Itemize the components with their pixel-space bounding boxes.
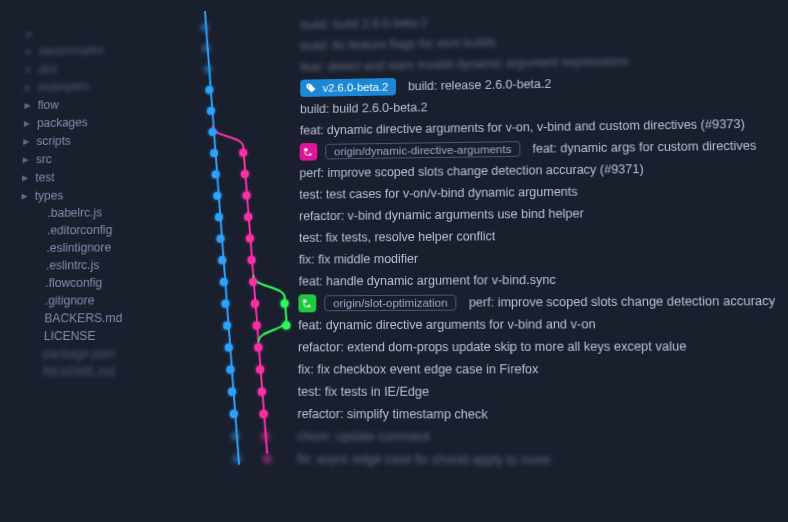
commit-message: build: fix feature flags for esm builds	[301, 36, 496, 53]
tree-file[interactable]: BACKERS.md	[17, 309, 168, 327]
badge-label: origin/slot-optimization	[333, 297, 448, 310]
commit-graph-cell	[170, 403, 289, 425]
tag-badge[interactable]: v2.6.0-beta.2	[300, 78, 396, 97]
commit-message: build: build 2.6.0-beta.2	[301, 16, 428, 32]
commit-dot-blue	[215, 213, 223, 221]
tree-folder[interactable]: ▸types	[21, 185, 171, 205]
commit-message: test: fix tests, resolve helper conflict	[299, 229, 496, 245]
tree-folder[interactable]: ▸packages	[24, 112, 173, 132]
tree-file[interactable]: README.md	[15, 363, 167, 381]
commit-graph-cell	[174, 206, 291, 229]
commit-message: feat: dynamic args for custom directives	[532, 139, 756, 156]
commit-message: perf: improve scoped slots change detect…	[299, 162, 643, 180]
tree-file[interactable]: .gitignore	[18, 291, 169, 309]
commit-dot-blue	[218, 256, 226, 264]
tree-file[interactable]: .flowconfig	[18, 273, 169, 292]
tree-folder[interactable]: ▸src	[22, 148, 171, 168]
commit-message: feat: detect and warn invalid dynamic ar…	[300, 54, 628, 74]
commit-row[interactable]: fix: async edge case fix should apply to…	[169, 447, 788, 472]
commit-dot-pink	[244, 213, 252, 221]
caret-icon: ▸	[21, 188, 29, 203]
commit-row[interactable]: chore: update comment	[170, 425, 788, 449]
tree-item-label: .babelrc.js	[47, 206, 102, 220]
tree-folder[interactable]: ▸examples	[25, 75, 173, 96]
commit-dot-blue	[225, 344, 233, 352]
commit-graph-cell	[175, 163, 292, 186]
commit-message: chore: update comment	[297, 429, 430, 444]
commit-graph-cell	[177, 57, 293, 80]
commit-dot-blue	[231, 432, 239, 440]
commit-graph-cell	[174, 227, 292, 250]
tree-item-label: scripts	[36, 134, 71, 148]
commit-graph-cell	[175, 141, 292, 164]
commit-message: test: fix tests in IE/Edge	[298, 385, 429, 399]
commit-row[interactable]: fix: fix checkbox event edge case in Fir…	[171, 358, 788, 381]
commit-graph-cell	[172, 292, 290, 314]
branch-icon	[300, 296, 314, 310]
commit-dot-green	[282, 321, 290, 329]
tree-item-label: .editorconfig	[47, 223, 113, 237]
tree-folder[interactable]: ▸scripts	[23, 130, 172, 150]
tree-folder[interactable]: ▸test	[22, 166, 172, 186]
commit-graph-cell	[178, 15, 293, 38]
tree-file[interactable]: .eslintrc.js	[19, 256, 170, 275]
branch-icon	[298, 294, 316, 312]
commit-dot-blue	[204, 65, 212, 73]
commit-log-panel[interactable]: build: build 2.6.0-beta.2build: fix feat…	[168, 0, 788, 522]
commit-graph-cell	[176, 120, 292, 143]
commit-graph-cell	[172, 314, 290, 336]
commit-message: fix: async edge case fix should apply to…	[297, 452, 550, 467]
commit-dot-blue	[226, 366, 234, 374]
commit-dot-pink	[263, 455, 271, 463]
commit-row[interactable]: origin/slot-optimizationperf: improve sc…	[172, 290, 788, 315]
commit-row[interactable]: refactor: extend dom-props update skip t…	[172, 335, 788, 359]
tree-file[interactable]: LICENSE	[17, 327, 169, 345]
tree-folder[interactable]: ▸flow	[24, 93, 173, 114]
caret-icon: ▸	[22, 170, 30, 184]
tree-item-label: packages	[37, 115, 88, 129]
tree-item-label: test	[35, 170, 55, 184]
commit-dot-blue	[210, 149, 218, 157]
tree-item-label: dist	[39, 62, 58, 76]
commit-row[interactable]: feat: handle dynamic argument for v-bind…	[173, 267, 788, 293]
commit-dot-blue	[233, 455, 241, 463]
commit-dot-green	[281, 299, 289, 307]
tree-file[interactable]: .babelrc.js	[21, 203, 171, 222]
tree-item-label: .eslintignore	[46, 241, 111, 255]
caret-icon: ▸	[25, 80, 33, 94]
branch-badge[interactable]: origin/slot-optimization	[324, 295, 457, 312]
commit-dot-blue	[212, 170, 220, 178]
tree-item-label: src	[36, 152, 52, 166]
commit-row[interactable]: test: fix tests in IE/Edge	[171, 380, 788, 403]
commit-dot-blue	[205, 86, 213, 94]
tree-file[interactable]: .editorconfig	[20, 221, 170, 240]
tree-file[interactable]: package.json	[16, 345, 168, 363]
commit-message: fix: fix checkbox event edge case in Fir…	[298, 362, 539, 376]
commit-dot-blue	[228, 388, 236, 396]
commit-dot-blue	[220, 278, 228, 286]
commit-row[interactable]: feat: dynamic directive arguments for v-…	[172, 312, 788, 336]
commit-message: build: release 2.6.0-beta.2	[408, 77, 552, 93]
tree-item-label: package.json	[43, 347, 115, 361]
commit-dot-pink	[261, 432, 269, 440]
tree-item-label: examples	[38, 79, 89, 93]
tree-item-label: .flowconfig	[45, 276, 102, 290]
commit-row[interactable]: refactor: simplify timestamp check	[170, 403, 788, 427]
commit-dot-pink	[254, 343, 262, 351]
tree-item-label: flow	[37, 98, 58, 112]
commit-graph-cell	[171, 358, 290, 380]
file-tree-sidebar: ▸▸benchmarks▸dist▸examples▸flow▸packages…	[1, 12, 178, 522]
commit-graph-cell	[173, 271, 291, 293]
commit-message: refactor: simplify timestamp check	[297, 407, 487, 422]
caret-icon: ▸	[22, 152, 30, 166]
commit-dot-blue	[202, 44, 210, 52]
commit-message: build: build 2.6.0-beta.2	[300, 101, 428, 117]
tree-item-label: README.md	[43, 365, 116, 379]
commit-dot-blue	[217, 235, 225, 243]
caret-icon: ▸	[25, 62, 33, 76]
tree-file[interactable]: .eslintignore	[19, 238, 170, 257]
caret-icon: ▸	[24, 116, 32, 130]
commit-dot-pink	[239, 149, 247, 157]
commit-dot-pink	[253, 321, 261, 329]
branch-badge[interactable]: origin/dynamic-directive-arguments	[325, 141, 520, 159]
